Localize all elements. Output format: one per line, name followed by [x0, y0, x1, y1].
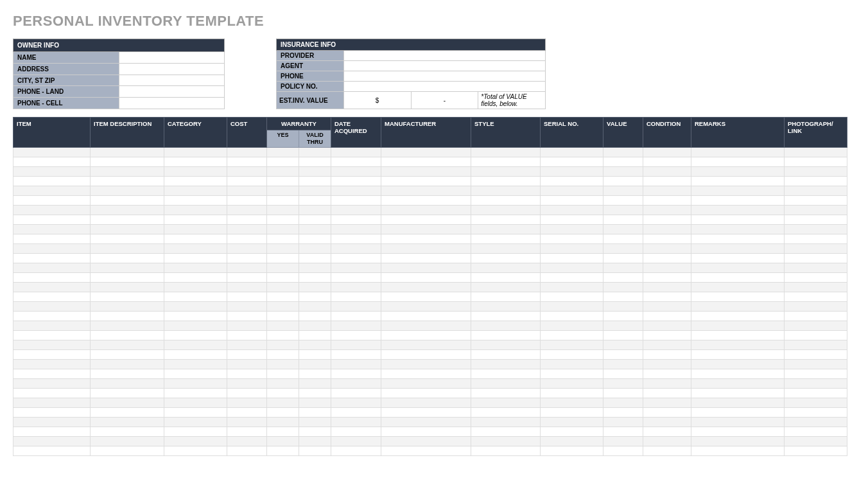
insurance-info-value[interactable]	[343, 71, 545, 82]
table-cell[interactable]	[91, 186, 164, 195]
table-cell[interactable]	[603, 388, 643, 398]
table-cell[interactable]	[91, 215, 164, 224]
table-cell[interactable]	[267, 224, 299, 234]
table-cell[interactable]	[381, 147, 471, 157]
table-cell[interactable]	[785, 378, 847, 388]
table-cell[interactable]	[603, 311, 643, 321]
table-cell[interactable]	[643, 272, 691, 282]
table-cell[interactable]	[603, 157, 643, 166]
table-cell[interactable]	[541, 407, 603, 417]
table-cell[interactable]	[227, 215, 267, 224]
table-cell[interactable]	[691, 263, 785, 272]
table-cell[interactable]	[785, 311, 847, 321]
table-cell[interactable]	[603, 398, 643, 407]
table-cell[interactable]	[643, 436, 691, 446]
table-cell[interactable]	[691, 166, 785, 176]
table-cell[interactable]	[331, 311, 381, 321]
table-cell[interactable]	[691, 427, 785, 436]
table-cell[interactable]	[785, 195, 847, 205]
table-cell[interactable]	[603, 436, 643, 446]
table-cell[interactable]	[164, 195, 227, 205]
table-cell[interactable]	[471, 436, 541, 446]
table-cell[interactable]	[227, 427, 267, 436]
table-cell[interactable]	[603, 186, 643, 195]
table-cell[interactable]	[267, 292, 299, 301]
table-cell[interactable]	[643, 176, 691, 186]
table-cell[interactable]	[164, 263, 227, 272]
table-cell[interactable]	[785, 301, 847, 311]
table-cell[interactable]	[691, 195, 785, 205]
table-cell[interactable]	[381, 157, 471, 166]
table-cell[interactable]	[267, 417, 299, 427]
table-cell[interactable]	[267, 446, 299, 455]
table-cell[interactable]	[164, 446, 227, 455]
table-cell[interactable]	[691, 321, 785, 330]
table-cell[interactable]	[164, 330, 227, 340]
table-cell[interactable]	[164, 349, 227, 359]
table-cell[interactable]	[267, 340, 299, 349]
table-cell[interactable]	[643, 378, 691, 388]
table-cell[interactable]	[691, 282, 785, 292]
table-cell[interactable]	[785, 176, 847, 186]
table-cell[interactable]	[267, 243, 299, 253]
table-cell[interactable]	[471, 292, 541, 301]
table-cell[interactable]	[227, 321, 267, 330]
table-cell[interactable]	[785, 215, 847, 224]
table-cell[interactable]	[603, 272, 643, 282]
table-cell[interactable]	[164, 388, 227, 398]
table-cell[interactable]	[164, 427, 227, 436]
table-cell[interactable]	[331, 388, 381, 398]
table-cell[interactable]	[643, 186, 691, 195]
table-cell[interactable]	[541, 359, 603, 369]
table-cell[interactable]	[785, 166, 847, 176]
table-cell[interactable]	[227, 234, 267, 243]
table-cell[interactable]	[91, 436, 164, 446]
table-cell[interactable]	[299, 176, 331, 186]
table-cell[interactable]	[381, 340, 471, 349]
table-cell[interactable]	[267, 398, 299, 407]
owner-info-value[interactable]	[119, 86, 225, 98]
table-cell[interactable]	[603, 417, 643, 427]
table-cell[interactable]	[267, 330, 299, 340]
table-cell[interactable]	[13, 215, 91, 224]
table-cell[interactable]	[381, 186, 471, 195]
table-cell[interactable]	[471, 195, 541, 205]
table-cell[interactable]	[267, 321, 299, 330]
table-cell[interactable]	[603, 330, 643, 340]
table-cell[interactable]	[643, 292, 691, 301]
table-cell[interactable]	[13, 157, 91, 166]
table-cell[interactable]	[227, 369, 267, 378]
table-cell[interactable]	[267, 205, 299, 215]
table-cell[interactable]	[381, 282, 471, 292]
table-cell[interactable]	[13, 321, 91, 330]
table-cell[interactable]	[13, 186, 91, 195]
table-cell[interactable]	[603, 359, 643, 369]
table-cell[interactable]	[471, 166, 541, 176]
table-cell[interactable]	[471, 157, 541, 166]
table-cell[interactable]	[785, 349, 847, 359]
table-cell[interactable]	[299, 398, 331, 407]
table-cell[interactable]	[299, 205, 331, 215]
table-cell[interactable]	[13, 176, 91, 186]
table-cell[interactable]	[691, 330, 785, 340]
table-cell[interactable]	[299, 369, 331, 378]
table-cell[interactable]	[267, 253, 299, 263]
table-cell[interactable]	[541, 427, 603, 436]
table-cell[interactable]	[331, 407, 381, 417]
table-cell[interactable]	[643, 446, 691, 455]
table-cell[interactable]	[227, 388, 267, 398]
table-cell[interactable]	[381, 436, 471, 446]
table-cell[interactable]	[299, 330, 331, 340]
table-cell[interactable]	[381, 272, 471, 282]
table-cell[interactable]	[227, 157, 267, 166]
table-cell[interactable]	[13, 388, 91, 398]
table-cell[interactable]	[227, 330, 267, 340]
table-cell[interactable]	[381, 166, 471, 176]
table-cell[interactable]	[331, 186, 381, 195]
table-cell[interactable]	[643, 369, 691, 378]
table-cell[interactable]	[331, 243, 381, 253]
table-cell[interactable]	[91, 205, 164, 215]
table-cell[interactable]	[227, 166, 267, 176]
table-cell[interactable]	[164, 147, 227, 157]
table-cell[interactable]	[267, 311, 299, 321]
